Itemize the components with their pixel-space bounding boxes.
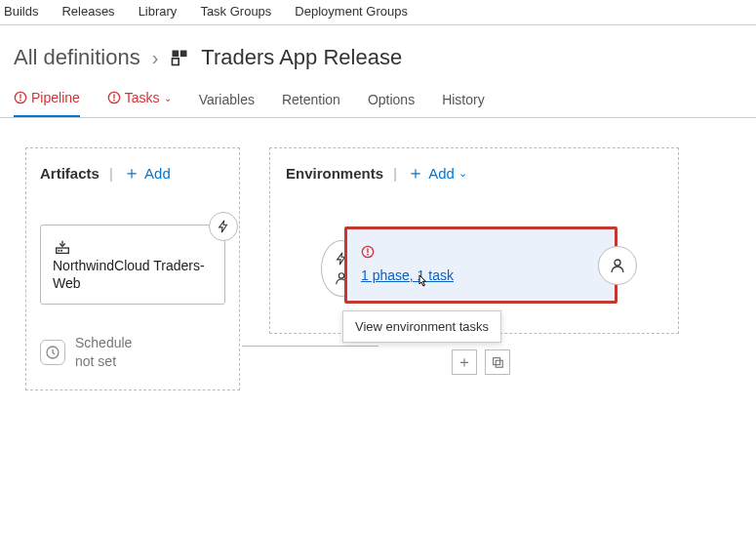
chevron-down-icon: ⌄	[164, 93, 172, 103]
breadcrumb: All definitions › Traders App Release	[0, 25, 756, 82]
add-environment-button[interactable]: ＋ Add ⌄	[407, 164, 467, 182]
divider: |	[109, 165, 113, 182]
clone-icon[interactable]	[485, 349, 510, 375]
postdeploy-conditions[interactable]	[598, 246, 637, 285]
svg-rect-10	[59, 250, 60, 252]
nav-deploymentgroups[interactable]: Deployment Groups	[295, 4, 408, 19]
schedule-label: Schedule not set	[75, 334, 153, 369]
environments-title: Environments	[286, 165, 383, 182]
person-icon	[610, 258, 625, 273]
svg-point-16	[367, 254, 369, 256]
tab-tasks[interactable]: Tasks ⌄	[107, 90, 172, 115]
top-nav: Builds Releases Library Task Groups Depl…	[0, 0, 756, 25]
nav-releases[interactable]: Releases	[61, 4, 114, 19]
error-icon	[361, 245, 375, 259]
svg-rect-2	[173, 59, 179, 65]
phase-task-link[interactable]: 1 phase, 1 task	[361, 267, 454, 283]
trigger-badge[interactable]	[209, 212, 238, 241]
svg-point-17	[615, 260, 620, 266]
connector-line	[242, 346, 378, 347]
svg-rect-19	[496, 360, 502, 367]
svg-rect-4	[20, 95, 20, 99]
add-label: Add	[144, 165, 171, 182]
environment-card[interactable]: 1 phase, 1 task	[344, 226, 617, 304]
page-title: Traders App Release	[201, 45, 402, 70]
nav-taskgroups[interactable]: Task Groups	[200, 4, 271, 19]
svg-rect-15	[367, 249, 368, 253]
tab-variables[interactable]: Variables	[199, 92, 255, 117]
environments-panel: Environments | ＋ Add ⌄	[269, 147, 679, 334]
environment-wrapper: 1 phase, 1 task View environment tasks ＋	[344, 226, 617, 304]
pipeline-canvas: Artifacts | ＋ Add NorthwindCloud Traders…	[0, 118, 756, 420]
svg-point-8	[113, 100, 115, 102]
tab-bar: Pipeline Tasks ⌄ Variables Retention Opt…	[0, 82, 756, 118]
error-icon	[14, 91, 27, 104]
breadcrumb-separator: ›	[152, 47, 159, 69]
svg-rect-18	[494, 358, 500, 365]
artifact-name: NorthwindCloud Traders-Web	[53, 257, 213, 292]
build-source-icon	[53, 239, 213, 257]
nav-builds[interactable]: Builds	[4, 4, 38, 19]
artifacts-title: Artifacts	[40, 165, 99, 182]
breadcrumb-all[interactable]: All definitions	[14, 45, 140, 70]
error-icon	[107, 91, 121, 104]
plus-icon: ＋	[407, 164, 424, 182]
tab-history[interactable]: History	[442, 92, 485, 117]
tab-options[interactable]: Options	[368, 92, 415, 117]
svg-rect-0	[173, 51, 179, 58]
tab-pipeline-label: Pipeline	[31, 90, 80, 105]
divider: |	[393, 165, 397, 182]
add-label: Add	[428, 165, 455, 182]
release-icon	[170, 48, 189, 67]
add-icon[interactable]: ＋	[452, 349, 477, 375]
svg-rect-11	[60, 250, 62, 252]
svg-point-13	[338, 273, 343, 278]
schedule-row[interactable]: Schedule not set	[40, 334, 225, 369]
plus-icon: ＋	[123, 164, 140, 182]
env-actions: ＋	[452, 349, 510, 375]
artifacts-panel: Artifacts | ＋ Add NorthwindCloud Traders…	[25, 147, 240, 390]
svg-rect-1	[180, 51, 187, 58]
add-artifact-button[interactable]: ＋ Add	[123, 164, 171, 182]
chevron-down-icon: ⌄	[458, 167, 467, 180]
nav-library[interactable]: Library	[139, 4, 178, 19]
tab-tasks-label: Tasks	[125, 90, 160, 105]
svg-rect-7	[113, 95, 114, 99]
lightning-icon	[217, 220, 230, 233]
tooltip: View environment tasks	[342, 310, 501, 343]
clock-icon	[40, 340, 65, 365]
svg-point-5	[20, 100, 21, 102]
tab-retention[interactable]: Retention	[282, 92, 340, 117]
artifact-card[interactable]: NorthwindCloud Traders-Web	[40, 225, 225, 305]
tab-pipeline[interactable]: Pipeline	[14, 90, 80, 117]
